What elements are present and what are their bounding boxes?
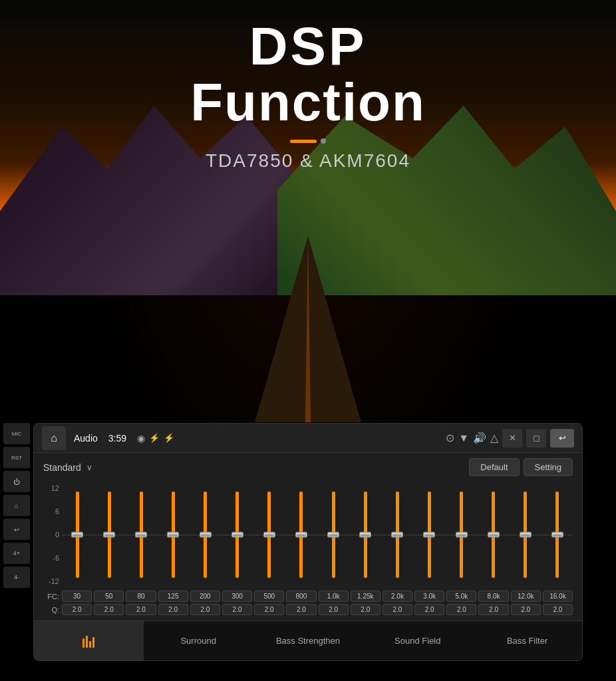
mic-btn[interactable]: MIC: [3, 423, 30, 444]
q-cell-9[interactable]: 2.0: [351, 604, 381, 615]
usb-icon: ⚡: [149, 433, 160, 443]
home-button[interactable]: ⌂: [42, 426, 66, 450]
fc-cell-15[interactable]: 16.0k: [543, 591, 573, 602]
dot-small: [321, 138, 326, 144]
fader-knob-12[interactable]: [456, 532, 468, 538]
power-btn[interactable]: ⏻: [3, 471, 30, 492]
nav-icon: ◉: [137, 433, 145, 444]
q-cell-8[interactable]: 2.0: [319, 604, 349, 615]
fc-cell-6[interactable]: 500: [254, 591, 284, 602]
fc-cell-5[interactable]: 300: [222, 591, 252, 602]
q-cell-11[interactable]: 2.0: [414, 604, 444, 615]
fader-track-12: [460, 491, 463, 578]
db-labels: 12 6 0 -6 -12: [43, 481, 62, 588]
eq-band-4: [190, 481, 221, 588]
fader-knob-9[interactable]: [359, 532, 371, 538]
q-cell-13[interactable]: 2.0: [478, 604, 508, 615]
eq-band-3: [158, 481, 188, 588]
fc-cell-0[interactable]: 30: [62, 591, 92, 602]
fc-row: FC: 3050801252003005008001.0k1.25k2.0k3.…: [43, 591, 573, 602]
fader-knob-3[interactable]: [167, 532, 179, 538]
fc-cell-3[interactable]: 125: [158, 591, 188, 602]
home-icon: ⌂: [51, 432, 57, 444]
fc-values: 3050801252003005008001.0k1.25k2.0k3.0k5.…: [62, 591, 573, 602]
window-btn[interactable]: ◻: [526, 429, 546, 448]
fc-cell-10[interactable]: 2.0k: [383, 591, 412, 602]
fader-track-1: [108, 491, 111, 578]
q-cell-7[interactable]: 2.0: [286, 604, 316, 615]
fader-knob-5[interactable]: [231, 532, 243, 538]
fader-knob-0[interactable]: [71, 532, 83, 538]
fader-track-5: [235, 491, 239, 578]
preset-label: Standard: [43, 462, 81, 473]
fader-knob-2[interactable]: [135, 532, 147, 538]
q-cell-10[interactable]: 2.0: [383, 604, 412, 615]
eq-band-1: [94, 481, 124, 588]
eq-area: Standard ∨ Default Setting 12 6 0 -6 -12: [34, 453, 582, 620]
fader-knob-14[interactable]: [520, 532, 532, 538]
vol-down-btn[interactable]: 4-: [3, 567, 30, 588]
fc-cell-1[interactable]: 50: [94, 591, 124, 602]
fader-knob-11[interactable]: [423, 532, 435, 538]
tab-sound-field[interactable]: Sound Field: [363, 621, 472, 660]
fc-cell-14[interactable]: 12.0k: [511, 591, 541, 602]
header-section: DSP Function TDA7850 & AKM7604: [0, 20, 616, 172]
fader-track-2: [140, 491, 143, 578]
q-cell-12[interactable]: 2.0: [446, 604, 476, 615]
fc-cell-13[interactable]: 8.0k: [478, 591, 508, 602]
back-side-btn[interactable]: ↩: [3, 519, 30, 540]
fader-track-9: [364, 491, 367, 578]
road-center-line: [305, 236, 311, 422]
fader-knob-15[interactable]: [551, 532, 563, 538]
fader-knob-10[interactable]: [391, 532, 403, 538]
fader-track-6: [267, 491, 271, 578]
rst-btn[interactable]: RST: [3, 447, 30, 468]
preset-dropdown[interactable]: Standard ∨: [43, 462, 92, 473]
eq-band-9: [350, 481, 381, 588]
fader-track-14: [524, 491, 527, 578]
q-cell-15[interactable]: 2.0: [543, 604, 573, 615]
dropdown-icon: ▼: [458, 432, 469, 444]
fc-cell-7[interactable]: 800: [286, 591, 316, 602]
fader-knob-8[interactable]: [327, 532, 339, 538]
q-cell-3[interactable]: 2.0: [158, 604, 188, 615]
q-cell-1[interactable]: 2.0: [94, 604, 124, 615]
eq-band-8: [318, 481, 349, 588]
fc-cell-11[interactable]: 3.0k: [414, 591, 444, 602]
fader-knob-13[interactable]: [488, 532, 500, 538]
fc-cell-4[interactable]: 200: [190, 591, 220, 602]
eq-band-2: [126, 481, 156, 588]
default-button[interactable]: Default: [469, 458, 519, 476]
q-cell-4[interactable]: 2.0: [190, 604, 220, 615]
db-neg12: -12: [43, 577, 59, 585]
tab-bass[interactable]: Bass Strengthen: [253, 621, 363, 660]
fader-track-13: [492, 491, 495, 578]
q-cell-6[interactable]: 2.0: [254, 604, 284, 615]
fc-cell-2[interactable]: 80: [126, 591, 156, 602]
tab-surround[interactable]: Surround: [144, 621, 253, 660]
screen: ⌂ Audio 3:59 ◉ ⚡ ⚡ ⊙ ▼ 🔊 △ ✕ ◻ ↩: [33, 423, 583, 661]
fader-knob-7[interactable]: [295, 532, 307, 538]
q-cell-2[interactable]: 2.0: [126, 604, 156, 615]
fader-track-8: [332, 491, 335, 578]
fc-cell-12[interactable]: 5.0k: [446, 591, 476, 602]
status-icons: ◉ ⚡ ⚡: [137, 433, 174, 444]
tab-eq[interactable]: [34, 621, 144, 660]
fc-cell-8[interactable]: 1.0k: [319, 591, 349, 602]
close-btn[interactable]: ✕: [502, 429, 522, 448]
q-cell-0[interactable]: 2.0: [62, 604, 92, 615]
vol-up-btn[interactable]: 4+: [3, 543, 30, 564]
fader-knob-4[interactable]: [200, 532, 212, 538]
back-btn[interactable]: ↩: [550, 429, 574, 448]
q-cell-5[interactable]: 2.0: [222, 604, 252, 615]
tab-bass-filter[interactable]: Bass Filter: [472, 621, 582, 660]
setting-button[interactable]: Setting: [524, 458, 573, 476]
q-cell-14[interactable]: 2.0: [511, 604, 541, 615]
fader-knob-1[interactable]: [103, 532, 115, 538]
fader-track-7: [299, 491, 303, 578]
app-label: Audio: [74, 433, 98, 444]
q-row: Q: 2.02.02.02.02.02.02.02.02.02.02.02.02…: [43, 604, 573, 615]
fader-knob-6[interactable]: [263, 532, 275, 538]
fc-cell-9[interactable]: 1.25k: [351, 591, 381, 602]
home-side-btn[interactable]: ⌂: [3, 495, 30, 516]
